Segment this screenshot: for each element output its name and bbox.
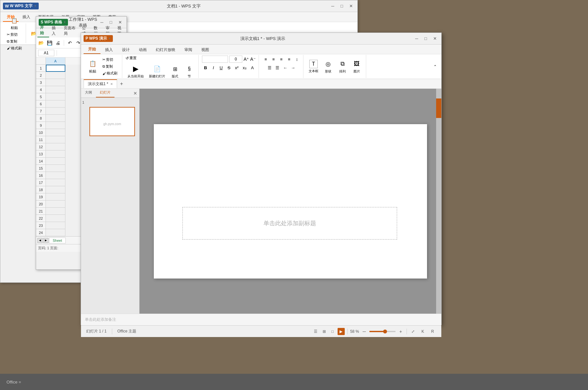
ppt-zoom-slider-thumb[interactable] — [383, 330, 387, 333]
sheet-undo-icon[interactable]: ↶ — [66, 39, 74, 46]
cell-a3[interactable] — [46, 79, 65, 86]
ppt-reset-label[interactable]: 重置 — [129, 56, 137, 60]
cell-a22[interactable] — [46, 215, 65, 222]
sheet-save-icon[interactable]: 💾 — [46, 39, 53, 46]
writer-logo[interactable]: W W WPS 文字 ▼ — [3, 3, 39, 9]
sheet-cell-ref[interactable]: A1 — [38, 50, 54, 56]
slide-panel-tab-slides[interactable]: 幻灯片 — [96, 89, 114, 98]
writer-tab-insert[interactable]: 插入 — [19, 13, 34, 22]
slide-thumbnail-1[interactable]: gh.pym.com — [89, 107, 135, 136]
sheet-tab-start[interactable]: 开始 — [37, 24, 49, 37]
slide-panel-close-btn[interactable]: ✕ — [131, 89, 139, 97]
ppt-sub-btn[interactable]: x² — [233, 64, 240, 71]
cell-a10[interactable] — [46, 129, 65, 136]
sheet-tab-layout[interactable]: 页面布局 — [61, 24, 80, 37]
ppt-paste-btn[interactable]: 📋 粘贴 — [86, 58, 99, 75]
writer-paste-btn[interactable]: 📋 粘贴 — [8, 16, 20, 32]
ppt-extra-icon2[interactable]: R — [429, 328, 436, 335]
ppt-font-inc-icon[interactable]: A⁺ — [244, 57, 249, 62]
ppt-font-name-input[interactable] — [202, 56, 228, 63]
ppt-vscroll-thumb[interactable] — [436, 98, 441, 118]
cell-a2[interactable] — [46, 72, 65, 79]
sheet-scroll-left-btn[interactable]: ◀ — [37, 238, 43, 243]
ppt-font-color-btn[interactable]: A — [249, 64, 256, 71]
writer-minimize-btn[interactable]: ─ — [329, 2, 337, 10]
ppt-tab-animation[interactable]: 动画 — [134, 46, 151, 54]
sheet-open-icon[interactable]: 📂 — [37, 39, 45, 46]
sheet-print-icon[interactable]: 🖨 — [54, 39, 61, 46]
ppt-numbers-btn[interactable]: ☰ — [274, 64, 281, 71]
sheet-tab-sheet1[interactable]: Sheet — [49, 238, 66, 243]
cell-a5[interactable] — [46, 93, 65, 100]
ppt-indent-more-btn[interactable]: → — [289, 64, 297, 71]
cell-a20[interactable] — [46, 201, 65, 208]
ppt-view-slide-icon[interactable]: ⊞ — [321, 328, 328, 335]
ppt-line-spacing-btn[interactable]: ↕ — [293, 56, 301, 63]
ppt-tab-close-btn[interactable]: ✕ — [110, 82, 113, 86]
ppt-font-size-input[interactable] — [229, 56, 242, 63]
cell-a11[interactable] — [46, 136, 65, 143]
ppt-align-center-btn[interactable]: ≡ — [270, 56, 277, 63]
cell-a9[interactable] — [46, 122, 65, 129]
ppt-font-dec-icon[interactable]: A⁻ — [250, 57, 255, 62]
ppt-tab-start[interactable]: 开始 — [84, 45, 100, 54]
ppt-tab-design[interactable]: 设计 — [117, 46, 134, 54]
ppt-note-area[interactable]: 单击此处添加备注 — [81, 314, 441, 325]
ppt-tab-slideshow[interactable]: 幻灯片放映 — [151, 46, 180, 54]
ppt-doc-tab[interactable]: 演示文稿1 * ✕ — [84, 79, 117, 88]
ppt-image-btn[interactable]: 🖼 图片 — [350, 58, 363, 75]
ppt-tab-insert[interactable]: 插入 — [100, 46, 117, 54]
ppt-add-tab-btn[interactable]: + — [118, 80, 126, 88]
ppt-subtitle-placeholder[interactable]: 单击此处添加副标题 — [182, 207, 397, 240]
writer-close-btn[interactable]: ✕ — [347, 2, 355, 10]
ppt-extra-icon1[interactable]: K — [419, 328, 426, 335]
ppt-super-btn[interactable]: x₂ — [241, 64, 248, 71]
ppt-format-painter-btn[interactable]: 🖌 格式刷 — [100, 70, 119, 76]
ppt-zoom-out-btn[interactable]: ─ — [361, 328, 368, 335]
writer-maximize-btn[interactable]: □ — [338, 2, 346, 10]
cell-a12[interactable] — [46, 143, 65, 150]
ppt-slide-canvas[interactable]: 单击此处添加副标题 — [154, 124, 427, 279]
sheet-scroll-right-btn[interactable]: ▶ — [43, 238, 48, 243]
ppt-zoom-in-btn[interactable]: + — [397, 328, 404, 335]
cell-a17[interactable] — [46, 179, 65, 186]
cell-a21[interactable] — [46, 208, 65, 215]
slide-panel-tab-outline[interactable]: 大纲 — [81, 89, 96, 98]
ppt-view-reading-icon[interactable]: □ — [329, 328, 336, 335]
sheet-col-a[interactable]: A — [46, 58, 65, 65]
cell-a15[interactable] — [46, 165, 65, 172]
ppt-align-right-btn[interactable]: ≡ — [278, 56, 285, 63]
ppt-bullets-btn[interactable]: ☰ — [266, 64, 273, 71]
writer-format-painter-btn[interactable]: 🖌 格式刷 — [6, 45, 23, 51]
ppt-tab-review[interactable]: 审阅 — [180, 46, 197, 54]
ppt-close-btn[interactable]: ✕ — [431, 35, 439, 43]
ppt-cut-btn[interactable]: ✂ 剪切 — [100, 57, 119, 63]
cell-a8[interactable] — [46, 115, 65, 122]
cell-a13[interactable] — [46, 150, 65, 158]
cell-a16[interactable] — [46, 172, 65, 179]
cell-a18[interactable] — [46, 186, 65, 193]
cell-a24[interactable] — [46, 229, 65, 236]
cell-a6[interactable] — [46, 100, 65, 108]
ppt-section-btn[interactable]: § 节 — [183, 63, 196, 80]
ppt-italic-btn[interactable]: I — [210, 64, 217, 71]
ppt-textframe-btn[interactable]: T 文本框 — [307, 58, 320, 75]
ppt-zoom-slider[interactable] — [369, 331, 395, 332]
cell-a4[interactable] — [46, 86, 65, 93]
ppt-fit-page-icon[interactable]: ⤢ — [409, 328, 417, 335]
ppt-tab-view[interactable]: 视图 — [197, 46, 214, 54]
sheet-tab-insert[interactable]: 插入 — [49, 24, 61, 37]
cell-a19[interactable] — [46, 193, 65, 201]
cell-a7[interactable] — [46, 108, 65, 115]
ppt-maximize-btn[interactable]: □ — [422, 35, 430, 43]
ppt-shape-btn[interactable]: ◎ 形状 — [322, 58, 335, 75]
ppt-bold-btn[interactable]: B — [202, 64, 209, 71]
cell-a23[interactable] — [46, 222, 65, 229]
ppt-underline-btn[interactable]: U — [218, 64, 225, 71]
cell-a1[interactable] — [46, 65, 65, 72]
ppt-layout-btn[interactable]: ⊞ 版式 — [168, 63, 181, 80]
ppt-view-normal-icon[interactable]: ☰ — [312, 328, 319, 335]
ppt-from-start-btn[interactable]: ▶ 从当前开始 — [126, 63, 146, 80]
ppt-vscrollbar[interactable] — [436, 89, 441, 314]
ppt-arrange-btn[interactable]: ⧉ 排列 — [336, 58, 349, 75]
